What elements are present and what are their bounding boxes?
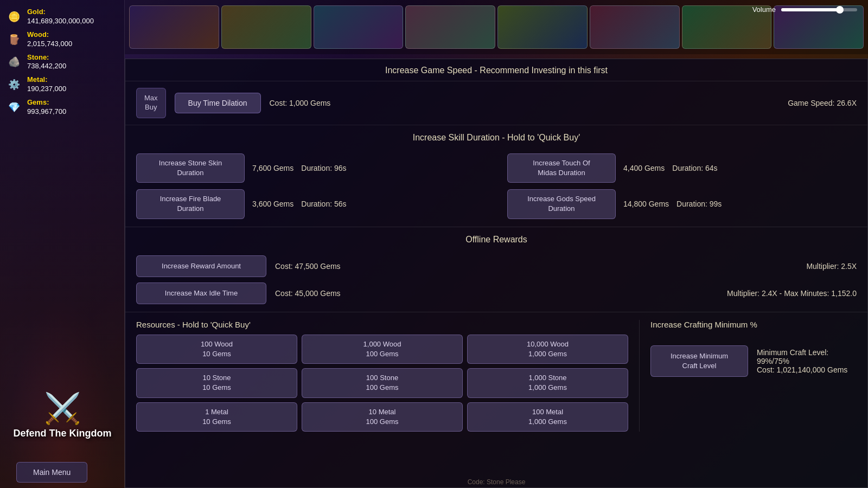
increase-craft-level-button[interactable]: Increase MinimumCraft Level — [650, 345, 748, 377]
gems-icon: 💎 — [5, 99, 23, 116]
main-menu-button[interactable]: Main Menu — [16, 462, 87, 483]
resource-btn-10metal[interactable]: 10 Metal100 Gems — [302, 402, 463, 432]
gods-speed-cost: 14,800 Gems — [623, 200, 669, 208]
increase-fire-blade-button[interactable]: Increase Fire BladeDuration — [136, 189, 245, 219]
increase-max-idle-button[interactable]: Increase Max Idle Time — [136, 282, 266, 304]
volume-knob[interactable] — [836, 6, 844, 14]
idle-time-cost: Cost: 45,000 Gems — [275, 289, 341, 298]
time-dilation-title: Increase Game Speed - Recommend Investin… — [385, 66, 608, 75]
defend-area: ⚔️ Defend The Kingdom — [0, 394, 125, 439]
craft-stat-line1: Minimum Craft Level: — [757, 348, 847, 357]
increase-gods-speed-button[interactable]: Increase Gods SpeedDuration — [507, 189, 616, 219]
resource-btn-1metal[interactable]: 1 Metal10 Gems — [136, 402, 297, 432]
resource-btn-100stone[interactable]: 100 Stone100 Gems — [302, 368, 463, 397]
crafting-row: Increase MinimumCraft Level Minimum Craf… — [650, 345, 857, 377]
offline-reward-amount-row: Increase Reward Amount Cost: 47,500 Gems… — [136, 255, 857, 277]
skill-duration-section: Increase Skill Duration - Hold to 'Quick… — [125, 125, 867, 227]
touch-midas-cost: 4,400 Gems — [623, 164, 665, 172]
bottom-section: Resources - Hold to 'Quick Buy' 100 Wood… — [125, 312, 867, 439]
stone-skin-cost: 7,600 Gems — [252, 164, 293, 172]
strip-image-5[interactable] — [497, 5, 588, 49]
resource-btn-1000wood[interactable]: 1,000 Wood100 Gems — [302, 335, 463, 364]
craft-stat-line2: 99%/75% — [757, 357, 847, 365]
skill-duration-header: Increase Skill Duration - Hold to 'Quick… — [136, 133, 857, 148]
main-panel: Increase Game Speed - Recommend Investin… — [125, 59, 868, 488]
gold-resource: 🪙 Gold: 141,689,300,000,000 — [5, 5, 119, 28]
strip-image-4[interactable] — [405, 5, 495, 49]
reward-amount-cost: Cost: 47,500 Gems — [275, 262, 341, 271]
gold-icon: 🪙 — [5, 8, 23, 25]
wood-value: 2,015,743,000 — [27, 40, 72, 49]
wood-icon: 🪵 — [5, 31, 23, 48]
skill-fire-blade-row: Increase Fire BladeDuration 3,600 Gems D… — [136, 189, 486, 219]
wood-label: Wood: — [27, 30, 72, 40]
game-speed-stat: Game Speed: 26.6X — [788, 99, 857, 107]
strip-image-3[interactable] — [314, 5, 404, 49]
stone-value: 738,442,200 — [27, 62, 66, 71]
increase-reward-amount-button[interactable]: Increase Reward Amount — [136, 255, 266, 277]
fire-blade-cost: 3,600 Gems — [252, 200, 293, 208]
increase-touch-midas-button[interactable]: Increase Touch OfMidas Duration — [507, 153, 616, 183]
craft-stat-line3: Cost: 1,021,140,000 Gems — [757, 365, 847, 374]
crafting-title: Increase Crafting Minimum % — [650, 320, 857, 329]
time-dilation-cost: Cost: 1,000 Gems — [270, 99, 331, 107]
idle-time-stat: Multiplier: 2.4X - Max Minutes: 1,152.0 — [727, 289, 857, 298]
metal-icon: ⚙️ — [5, 76, 23, 93]
top-image-strip: Volume — [125, 0, 868, 54]
stone-icon: 🪨 — [5, 53, 23, 70]
sword-icon: ⚔️ — [0, 394, 125, 423]
offline-rewards-section: Offline Rewards Increase Reward Amount C… — [125, 227, 867, 312]
metal-label: Metal: — [27, 75, 66, 85]
resource-btn-10000wood[interactable]: 10,000 Wood1,000 Gems — [467, 335, 628, 364]
wood-resource: 🪵 Wood: 2,015,743,000 — [5, 28, 119, 51]
increase-stone-skin-button[interactable]: Increase Stone SkinDuration — [136, 153, 245, 183]
gold-value: 141,689,300,000,000 — [27, 17, 94, 26]
left-sidebar: 🪙 Gold: 141,689,300,000,000 🪵 Wood: 2,01… — [0, 0, 125, 488]
offline-idle-time-row: Increase Max Idle Time Cost: 45,000 Gems… — [136, 282, 857, 304]
touch-midas-stat: Duration: 64s — [672, 164, 717, 172]
defend-label: Defend The Kingdom — [0, 428, 125, 439]
gods-speed-stat: Duration: 99s — [676, 200, 722, 208]
time-dilation-row: MaxBuy Buy Time Dilation Cost: 1,000 Gem… — [125, 81, 867, 125]
skill-gods-speed-row: Increase Gods SpeedDuration 14,800 Gems … — [507, 189, 857, 219]
gold-label: Gold: — [27, 8, 94, 17]
gems-value: 993,967,700 — [27, 107, 66, 117]
strip-image-2[interactable] — [221, 5, 311, 49]
reward-amount-stat: Multiplier: 2.5X — [806, 262, 857, 271]
resource-buttons-grid: 100 Wood10 Gems 1,000 Wood100 Gems 10,00… — [136, 335, 628, 432]
resources-section: Resources - Hold to 'Quick Buy' 100 Wood… — [125, 320, 640, 432]
stone-resource: 🪨 Stone: 738,442,200 — [5, 51, 119, 74]
resource-btn-100wood[interactable]: 100 Wood10 Gems — [136, 335, 297, 364]
strip-image-1[interactable] — [129, 5, 219, 49]
strip-image-6[interactable] — [590, 5, 680, 49]
resources-title: Resources - Hold to 'Quick Buy' — [136, 320, 628, 329]
code-text: Code: Stone Please — [468, 478, 526, 486]
max-buy-button[interactable]: MaxBuy — [136, 88, 166, 118]
offline-rewards-header: Offline Rewards — [136, 235, 857, 250]
skill-duration-title: Increase Skill Duration - Hold to 'Quick… — [413, 133, 580, 142]
fire-blade-stat: Duration: 56s — [301, 200, 346, 208]
buy-time-dilation-button[interactable]: Buy Time Dilation — [175, 93, 261, 113]
resource-btn-10stone[interactable]: 10 Stone10 Gems — [136, 368, 297, 397]
volume-control: Volume — [752, 5, 857, 14]
stone-skin-stat: Duration: 96s — [301, 164, 346, 172]
code-footer: Code: Stone Please — [125, 476, 868, 488]
metal-resource: ⚙️ Metal: 190,237,000 — [5, 73, 119, 96]
stone-label: Stone: — [27, 53, 66, 62]
gems-resource: 💎 Gems: 993,967,700 — [5, 96, 119, 119]
skill-grid: Increase Stone SkinDuration 7,600 Gems D… — [136, 153, 857, 219]
skill-stone-skin-row: Increase Stone SkinDuration 7,600 Gems D… — [136, 153, 486, 183]
crafting-section: Increase Crafting Minimum % Increase Min… — [640, 320, 867, 432]
time-dilation-header: Increase Game Speed - Recommend Investin… — [125, 59, 867, 81]
volume-fill — [781, 8, 842, 11]
resource-btn-1000stone[interactable]: 1,000 Stone1,000 Gems — [467, 368, 628, 397]
skill-touch-midas-row: Increase Touch OfMidas Duration 4,400 Ge… — [507, 153, 857, 183]
metal-value: 190,237,000 — [27, 85, 66, 94]
gems-label: Gems: — [27, 98, 66, 107]
offline-rewards-title: Offline Rewards — [465, 235, 527, 244]
volume-slider[interactable] — [781, 8, 857, 11]
resource-btn-100metal[interactable]: 100 Metal1,000 Gems — [467, 402, 628, 432]
volume-label: Volume — [752, 5, 776, 14]
